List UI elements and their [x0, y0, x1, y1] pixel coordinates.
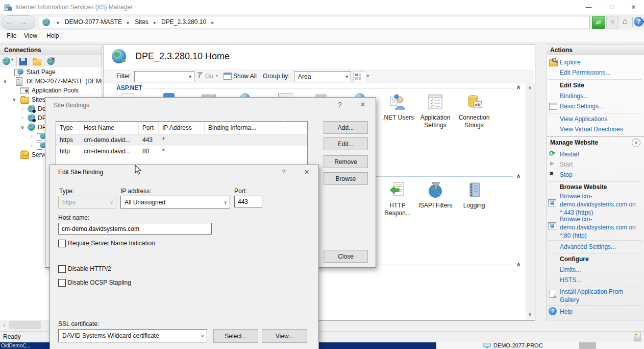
tree-item-server[interactable]: ∨ DEMO-2077-MASTE (DEMO\ — [0, 77, 102, 86]
tree-item-application-pools[interactable]: Application Pools — [0, 86, 102, 95]
menu-file[interactable]: File — [2, 30, 21, 42]
stop-nav-button[interactable]: ✕ — [606, 16, 618, 29]
binding-row-http[interactable]: http cm-demo.david... 80 * — [56, 146, 307, 157]
col-ip[interactable]: IP Address — [159, 122, 205, 134]
expander-icon[interactable]: › — [19, 104, 26, 113]
action-limits[interactable]: Limits... — [560, 266, 581, 274]
maximize-button[interactable]: □ — [600, 0, 623, 14]
dialog-help-button[interactable]: ? — [276, 165, 291, 179]
action-restart[interactable]: Restart — [560, 150, 580, 158]
action-browse-https[interactable]: Browse cm-demo.davidsystems.com on *:443… — [560, 192, 642, 217]
filter-input[interactable]: ▾ — [134, 71, 194, 82]
refresh-button[interactable]: ⇄ — [592, 16, 605, 29]
home-button[interactable]: ⌂ — [619, 15, 631, 28]
group-by-select[interactable]: Area▾ — [294, 71, 351, 82]
ssl-certificate-select[interactable]: DAVID Systems Wildcard certificate ∨ — [58, 329, 207, 342]
hscroll-thumb[interactable] — [9, 321, 41, 329]
group-collapse-icon[interactable]: ∧ — [516, 261, 521, 268]
feature-isapi-filters[interactable]: ISAPI Filters — [414, 181, 457, 210]
col-port[interactable]: Port — [139, 122, 159, 134]
delete-x-icon[interactable]: ✕ — [51, 56, 55, 62]
expander-icon[interactable]: › — [29, 132, 35, 141]
breadcrumb-item-sites[interactable]: Sites — [135, 18, 148, 26]
menu-view[interactable]: View — [19, 30, 42, 42]
combo-arrow-icon[interactable]: ∨ — [224, 196, 227, 208]
content-scrollbar[interactable] — [526, 83, 535, 319]
disable-ocsp-label[interactable]: Disable OCSP Stapling — [68, 279, 131, 286]
taskbar-item-right[interactable]: DEMO-2077-PROC — [493, 342, 543, 349]
disable-http2-label[interactable]: Disable HTTP/2 — [68, 265, 111, 272]
binding-row-https[interactable]: https cm-demo.david... 443 * — [56, 134, 307, 146]
connections-folder-icon[interactable] — [33, 59, 41, 65]
disable-http2-checkbox[interactable] — [58, 265, 66, 273]
action-basic-settings[interactable]: Basic Settings... — [560, 102, 604, 110]
go-dropdown-icon[interactable]: ▾ — [216, 74, 218, 78]
expander-icon[interactable]: ∨ — [11, 95, 17, 104]
combo-arrow-icon[interactable]: ▾ — [345, 72, 348, 82]
expander-icon[interactable]: ∨ — [2, 77, 8, 86]
action-explore[interactable]: Explore — [560, 58, 581, 66]
action-view-virtual-directories[interactable]: View Virtual Directories — [560, 125, 623, 133]
hscroll-left-arrow[interactable]: ‹ — [0, 321, 9, 330]
action-help[interactable]: Help — [560, 308, 573, 316]
minimize-button[interactable]: — — [577, 0, 600, 14]
dialog-close-button[interactable]: ✕ — [355, 98, 370, 112]
expander-icon[interactable]: › — [19, 113, 26, 123]
tree-item-start-page[interactable]: Start Page — [0, 67, 102, 77]
manage-website-collapse-button[interactable]: ∧ — [632, 138, 640, 147]
taskbar-item-left[interactable]: OldDemoC... — [1, 342, 31, 349]
host-name-input[interactable] — [58, 223, 212, 235]
close-button[interactable]: ✕ — [623, 0, 644, 14]
ip-address-select[interactable]: All Unassigned ∨ — [120, 196, 230, 208]
create-connection-icon[interactable] — [3, 57, 10, 65]
action-install-gallery[interactable]: Install Application From Gallery — [560, 288, 642, 304]
scroll-down-arrow[interactable]: ∨ — [526, 310, 534, 318]
action-stop[interactable]: Stop — [560, 171, 573, 179]
feature-application-settings[interactable]: ✓ ✓ ✓ Application Settings — [414, 94, 457, 129]
edit-button[interactable]: Edit... — [324, 137, 368, 150]
save-connections-icon[interactable] — [19, 58, 27, 65]
group-collapse-icon[interactable]: ∧ — [516, 84, 521, 90]
sni-label[interactable]: Require Server Name Indication — [68, 240, 155, 247]
combo-arrow-icon[interactable]: ∨ — [201, 330, 204, 342]
expander-icon[interactable]: ∨ — [19, 123, 26, 132]
col-host[interactable]: Host Name — [80, 122, 139, 134]
scroll-up-arrow[interactable]: ∧ — [526, 83, 534, 92]
feature-dotnet-users[interactable]: .NET Users — [377, 94, 419, 122]
view-certificate-button[interactable]: View... — [262, 329, 307, 343]
back-button[interactable]: ← — [3, 16, 15, 28]
action-hsts[interactable]: HSTS... — [560, 276, 581, 284]
combo-arrow-icon[interactable]: ▾ — [189, 72, 191, 82]
view-mode-button[interactable] — [353, 72, 366, 82]
menu-help[interactable]: Help — [42, 30, 64, 42]
close-dialog-button[interactable]: Close — [324, 250, 368, 263]
remove-button[interactable]: Remove — [324, 155, 368, 168]
disable-ocsp-checkbox[interactable] — [58, 279, 66, 287]
col-binding-info[interactable]: Binding Informa... — [205, 122, 281, 134]
feature-logging[interactable]: Logging — [453, 181, 496, 210]
show-all-button[interactable]: Show All — [233, 73, 257, 80]
feature-http-response[interactable]: HTTP Respon... — [376, 181, 419, 217]
forward-button[interactable]: → — [17, 16, 30, 28]
action-view-applications[interactable]: View Applications — [560, 115, 607, 123]
go-button[interactable]: Go — [205, 73, 213, 80]
action-edit-permissions[interactable]: Edit Permissions... — [560, 68, 610, 77]
breadcrumb-item-server[interactable]: DEMO-2077-MASTE — [65, 18, 122, 26]
feature-connection-strings[interactable]: ab Connection Strings — [453, 94, 496, 129]
dialog-close-button[interactable]: ✕ — [299, 165, 314, 179]
view-mode-dropdown[interactable]: ▾ — [367, 74, 369, 78]
browse-button[interactable]: Browse — [324, 172, 368, 185]
group-collapse-icon[interactable]: ∧ — [516, 173, 521, 179]
breadcrumb-item-site[interactable]: DPE_2.3.280.10 — [161, 18, 206, 26]
action-browse-http[interactable]: Browse cm-demo.davidsystems.com on *:80 … — [560, 215, 642, 240]
action-bindings[interactable]: Bindings... — [560, 92, 588, 100]
col-type[interactable]: Type — [56, 122, 80, 134]
add-button[interactable]: Add... — [324, 121, 368, 134]
select-certificate-button[interactable]: Select... — [213, 329, 258, 343]
port-input[interactable] — [234, 196, 262, 207]
dialog-help-button[interactable]: ? — [332, 98, 348, 112]
expander-icon[interactable]: › — [29, 141, 35, 150]
create-connection-dropdown[interactable]: ▾ — [11, 57, 13, 62]
action-advanced-settings[interactable]: Advanced Settings... — [560, 243, 616, 251]
sni-checkbox[interactable] — [58, 240, 66, 247]
